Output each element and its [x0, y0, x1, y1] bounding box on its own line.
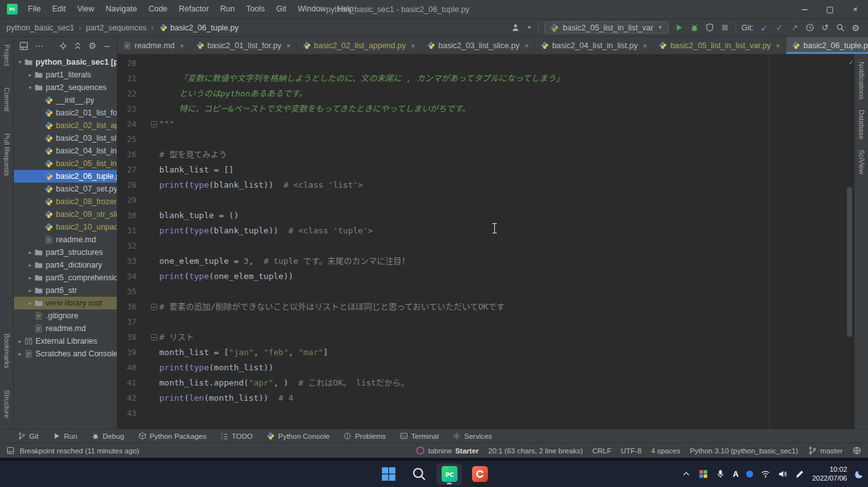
- twisty-icon[interactable]: ▾: [27, 84, 34, 91]
- push-button[interactable]: ↗: [790, 23, 799, 32]
- git-branch-widget[interactable]: master: [808, 446, 843, 455]
- taskbar-clock[interactable]: 10:02 2022/07/06: [812, 465, 847, 483]
- inspections-status-icon[interactable]: ✓: [846, 58, 856, 67]
- toolwindow-button-todo[interactable]: TODO: [220, 432, 253, 440]
- close-button[interactable]: ×: [843, 0, 868, 18]
- line-number[interactable]: 28: [119, 178, 136, 193]
- globe-icon[interactable]: [852, 446, 862, 455]
- menu-refactor[interactable]: Refactor: [173, 0, 214, 18]
- toolwindow-button-services[interactable]: Services: [452, 432, 492, 440]
- line-number[interactable]: 26: [119, 147, 136, 162]
- collapse-all-icon[interactable]: [73, 41, 82, 51]
- tab-close-icon[interactable]: ×: [286, 42, 290, 49]
- twisty-icon[interactable]: ▸: [27, 287, 34, 294]
- line-number[interactable]: 23: [119, 101, 136, 117]
- line-number[interactable]: 35: [119, 284, 136, 299]
- tab-basic2-01-list-for-py[interactable]: basic2_01_list_for.py×: [190, 37, 297, 54]
- tab-basic2-06-tuple-py[interactable]: basic2_06_tuple.py×: [786, 37, 868, 54]
- maximize-button[interactable]: ▢: [817, 0, 843, 18]
- tree-item-part1-literals[interactable]: ▸part1_literals: [14, 68, 117, 81]
- toolwindow-button-debug[interactable]: Debug: [91, 432, 124, 440]
- rollback-button[interactable]: ↺: [820, 23, 830, 32]
- tabnine-widget[interactable]: tabnine Starter: [416, 446, 479, 455]
- tree-item-basic2-10-unpack-py[interactable]: basic2_10_unpack.py: [14, 221, 117, 233]
- project-settings-icon[interactable]: ⚙: [88, 41, 97, 51]
- minimize-button[interactable]: ─: [792, 0, 817, 18]
- menu-git[interactable]: Git: [270, 0, 292, 18]
- settings-button[interactable]: ⚙: [851, 23, 860, 32]
- twisty-icon[interactable]: ▸: [16, 351, 23, 357]
- tool-stripe-pull-requests[interactable]: Pull Requests: [3, 133, 11, 176]
- status-message[interactable]: Breakpoint reached (11 minutes ago): [20, 447, 139, 455]
- tree-item-basic2-01-list-for-py[interactable]: basic2_01_list_for.py: [14, 107, 117, 119]
- line-number[interactable]: 40: [119, 360, 136, 375]
- select-opened-file-icon[interactable]: [58, 41, 68, 51]
- tool-stripe-structure[interactable]: Structure: [3, 390, 11, 419]
- tree-item-readme-md[interactable]: readme.md: [14, 322, 117, 335]
- tree-item-init-py[interactable]: __init__.py: [14, 94, 117, 107]
- line-number[interactable]: 31: [119, 223, 136, 238]
- tree-item-basic2-05-list-in-list-var-py[interactable]: basic2_05_list_in_list_var.py: [14, 157, 117, 170]
- tree-item-external-libraries[interactable]: ▸External Libraries: [14, 335, 117, 347]
- tree-item-basic2-07-set-py[interactable]: basic2_07_set.py: [14, 183, 117, 195]
- tab-readme-md[interactable]: readme.md×: [117, 37, 190, 54]
- line-number[interactable]: 22: [119, 86, 136, 101]
- twisty-icon[interactable]: ▸: [27, 300, 34, 306]
- line-number[interactable]: 37: [119, 315, 136, 330]
- line-number[interactable]: 33: [119, 254, 136, 269]
- tree-item-gitignore[interactable]: .gitignore: [14, 309, 117, 322]
- tool-stripe-bookmarks[interactable]: Bookmarks: [3, 334, 11, 368]
- line-number[interactable]: 34: [119, 269, 136, 284]
- scrollbar-thumb[interactable]: [847, 187, 852, 337]
- microphone-icon[interactable]: [716, 469, 725, 479]
- tool-stripe-notifications[interactable]: Notifications: [858, 62, 865, 100]
- tree-item-part3-structures[interactable]: ▸part3_structures: [14, 246, 117, 259]
- pen-icon[interactable]: [795, 469, 805, 479]
- hide-panel-icon[interactable]: ─: [102, 41, 112, 51]
- taskbar-search-button[interactable]: [406, 464, 431, 485]
- tab-close-icon[interactable]: ×: [411, 42, 414, 49]
- twisty-icon[interactable]: ▸: [16, 338, 23, 344]
- tool-stripe-project[interactable]: Project: [3, 44, 11, 66]
- line-number[interactable]: 39: [119, 345, 136, 360]
- line-number[interactable]: 41: [119, 375, 136, 391]
- tray-expand-icon[interactable]: [681, 469, 691, 479]
- menu-run[interactable]: Run: [214, 0, 240, 18]
- tab-close-icon[interactable]: ×: [525, 42, 529, 49]
- menu-edit[interactable]: Edit: [46, 0, 72, 18]
- tray-colored-app-icon[interactable]: [699, 469, 708, 479]
- project-view-icon[interactable]: [19, 41, 29, 51]
- line-number[interactable]: 24: [119, 117, 136, 132]
- fold-marker[interactable]: −: [151, 334, 157, 341]
- run-button[interactable]: [674, 23, 684, 32]
- volume-icon[interactable]: [778, 469, 787, 479]
- ime-indicator[interactable]: A: [733, 470, 739, 479]
- tool-stripe-sciview[interactable]: SciView: [858, 150, 865, 174]
- tree-item-basic2-03-list-slice-py[interactable]: basic2_03_list_slice.py: [14, 132, 117, 145]
- twisty-icon[interactable]: ▾: [16, 59, 23, 65]
- line-number[interactable]: 25: [119, 132, 136, 147]
- breadcrumb-item-python-basic-sec1[interactable]: python_basic_sec1: [5, 23, 76, 32]
- twisty-icon[interactable]: ▸: [27, 249, 34, 256]
- tab-basic2-03-list-slice-py[interactable]: basic2_03_list_slice.py×: [421, 37, 535, 54]
- fold-marker[interactable]: −: [151, 121, 157, 127]
- tool-window-toggle-icon[interactable]: [6, 446, 15, 455]
- menu-tools[interactable]: Tools: [240, 0, 270, 18]
- view-options-icon[interactable]: ⋯: [34, 41, 44, 51]
- tree-item-basic2-09-str-slice-py[interactable]: basic2_09_str_slice.py: [14, 208, 117, 221]
- tab-close-icon[interactable]: ×: [643, 42, 647, 49]
- stop-button[interactable]: [720, 23, 730, 32]
- search-everywhere-button[interactable]: [836, 23, 845, 32]
- tree-item-part6-str[interactable]: ▸part6_str: [14, 284, 117, 297]
- menu-navigate[interactable]: Navigate: [100, 0, 143, 18]
- toolwindow-button-python-packages[interactable]: Python Packages: [138, 432, 207, 440]
- tree-item-part4-dictionary[interactable]: ▸part4_dictionary: [14, 259, 117, 271]
- tab-basic2-02-list-append-py[interactable]: basic2_02_list_append.py×: [297, 37, 421, 54]
- breadcrumb-item-basic2-06-tuple-py[interactable]: basic2_06_tuple.py: [169, 23, 240, 32]
- tree-item-basic2-02-list-append-py[interactable]: basic2_02_list_append.py: [14, 119, 117, 132]
- breadcrumb-item-part2-sequences[interactable]: part2_sequences: [84, 23, 148, 32]
- tool-stripe-commit[interactable]: Commit: [3, 88, 11, 112]
- update-project-button[interactable]: ↙: [760, 23, 769, 32]
- tool-stripe-database[interactable]: Database: [858, 110, 865, 140]
- toolwindow-button-problems[interactable]: Problems: [343, 432, 386, 440]
